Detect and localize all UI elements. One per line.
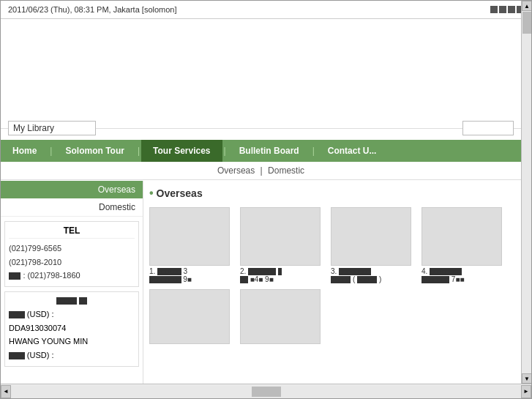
account-info: ■■■■ (USD) : DDA913030074 HWANG YOUNG MI… xyxy=(9,307,135,362)
tel-number-1: (021)799-6565 xyxy=(9,242,135,256)
account-label2: ■■■■ (USD) : xyxy=(9,348,135,362)
nav-sep-2: | xyxy=(136,146,141,156)
scroll-up-button[interactable]: ▲ xyxy=(522,1,532,11)
breadcrumb-sep: | xyxy=(261,165,263,176)
sidebar-item-domestic[interactable]: Domestic xyxy=(1,198,143,217)
icon-sq-2 xyxy=(499,6,506,13)
tel-number-3: ■■■ : (021)798-1860 xyxy=(9,269,135,283)
nav-item-home[interactable]: Home xyxy=(1,140,48,162)
scroll-left-button[interactable]: ◄ xyxy=(1,385,11,398)
scroll-track xyxy=(522,11,531,373)
top-bar-icons xyxy=(490,6,524,13)
nav-item-solomon-tour[interactable]: Solomon Tour xyxy=(53,140,135,162)
tour-info-1: 1. ■■■■■■ 3 ■■■■■■■■ 9■ xyxy=(149,267,236,283)
my-library-input[interactable] xyxy=(8,121,96,135)
search-input[interactable] xyxy=(462,121,514,135)
horizontal-scrollbar: ◄ ► xyxy=(1,384,531,398)
nav-sep-3: | xyxy=(222,146,228,156)
nav-item-contact-us[interactable]: Contact U... xyxy=(316,140,389,162)
breadcrumb: Overseas | Domestic xyxy=(1,162,521,180)
icon-sq-3 xyxy=(508,6,515,13)
tour-item-2: 2. ■■■■■■■ ■ ■■ ■4■ 9■ xyxy=(240,207,326,283)
nav-item-bulletin-board[interactable]: Bulletin Board xyxy=(228,140,311,162)
tour-info-2: 2. ■■■■■■■ ■ ■■ ■4■ 9■ xyxy=(240,267,326,283)
tour-info-4: 4. ■■■■■■■■ ■■■■■■■ 7■■ xyxy=(422,267,508,283)
tour-item-4: 4. ■■■■■■■■ ■■■■■■■ 7■■ xyxy=(422,207,508,283)
tel-title: TEL xyxy=(9,225,135,239)
scroll-right-button[interactable]: ► xyxy=(521,385,531,398)
account-name: HWANG YOUNG MIN xyxy=(9,335,135,348)
right-content: • Overseas 1. ■■■■■■ 3 ■■■■■■■■ 9■ xyxy=(143,181,521,384)
tour-image-3 xyxy=(331,207,411,266)
tour-item-5 xyxy=(149,289,236,344)
tour-grid-row2 xyxy=(149,289,515,344)
tour-item-3: 3. ■■■■■■■■ ■■■■■ ( ■■■■■ ) xyxy=(331,207,417,283)
icon-sq-1 xyxy=(490,6,498,13)
sidebar: Overseas Domestic TEL (021)799-6565 (021… xyxy=(1,181,143,384)
hscroll-track xyxy=(11,385,521,398)
tour-image-1 xyxy=(149,207,230,266)
tel-numbers: (021)799-6565 (021)798-2010 ■■■ : (021)7… xyxy=(9,242,135,283)
tour-item-1: 1. ■■■■■■ 3 ■■■■■■■■ 9■ xyxy=(149,207,236,283)
account-label1: ■■■■ (USD) : xyxy=(9,307,135,321)
nav-item-tour-services[interactable]: Tour Services xyxy=(141,140,222,162)
account-number: DDA913030074 xyxy=(9,321,135,335)
tour-image-2 xyxy=(240,207,321,266)
sidebar-item-overseas[interactable]: Overseas xyxy=(1,181,143,198)
scroll-thumb[interactable] xyxy=(522,12,531,34)
tour-grid-row1: 1. ■■■■■■ 3 ■■■■■■■■ 9■ 2. ■■■■■■■ ■ ■■ xyxy=(149,207,515,283)
tel-number-2: (021)798-2010 xyxy=(9,256,135,269)
tour-image-6 xyxy=(240,289,321,344)
tour-item-6 xyxy=(240,289,326,344)
scroll-down-button[interactable]: ▼ xyxy=(522,373,532,384)
account-section: ■■■■■ ■■ ■■■■ (USD) : DDA913030074 HWANG… xyxy=(4,291,139,367)
main-content: Overseas Domestic TEL (021)799-6565 (021… xyxy=(1,181,521,384)
vertical-scrollbar: ▲ ▼ xyxy=(521,1,531,384)
tour-image-5 xyxy=(149,289,230,344)
page-title-text: Overseas xyxy=(157,187,203,199)
top-bar: 2011/06/23 (Thu), 08:31 PM, Jakarta [sol… xyxy=(1,1,531,19)
breadcrumb-overseas[interactable]: Overseas xyxy=(217,165,255,176)
account-title: ■■■■■ ■■ xyxy=(9,296,135,305)
nav-sep-4: | xyxy=(311,146,316,156)
nav-sep-1: | xyxy=(48,146,53,156)
nav-bar: Home | Solomon Tour | Tour Services | Bu… xyxy=(1,140,521,162)
banner-area xyxy=(1,19,531,129)
my-library-row xyxy=(1,118,521,138)
tour-image-4 xyxy=(422,207,502,266)
hscroll-thumb[interactable] xyxy=(252,387,281,397)
page-title: • Overseas xyxy=(149,187,515,200)
tour-info-3: 3. ■■■■■■■■ ■■■■■ ( ■■■■■ ) xyxy=(331,267,417,283)
datetime-label: 2011/06/23 (Thu), 08:31 PM, Jakarta [sol… xyxy=(8,5,177,14)
breadcrumb-domestic[interactable]: Domestic xyxy=(268,165,304,176)
bullet-icon: • xyxy=(149,187,154,200)
tel-section: TEL (021)799-6565 (021)798-2010 ■■■ : (0… xyxy=(4,221,139,287)
